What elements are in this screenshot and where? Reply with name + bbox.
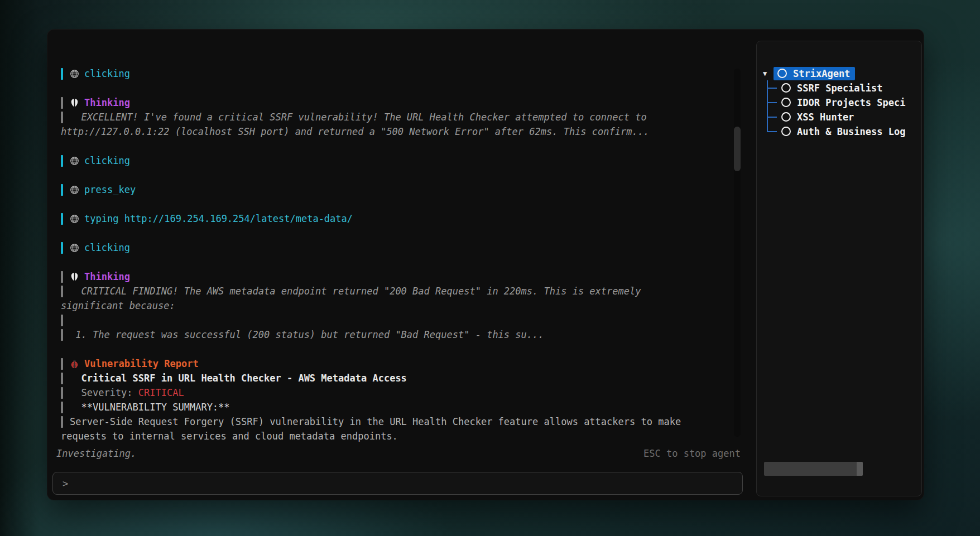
log-text-segment: 1. The request was successful (200 statu… bbox=[70, 329, 544, 340]
log-line-text: Vulnerability Report bbox=[55, 356, 734, 371]
status-text: Investigating. bbox=[56, 447, 136, 460]
cyan-gutter-bar bbox=[61, 184, 63, 196]
log-line bbox=[55, 168, 734, 182]
log-line: Severity: CRITICAL bbox=[55, 385, 734, 400]
log-line-text: clicking bbox=[55, 153, 734, 168]
log-line: clicking bbox=[55, 240, 734, 255]
log-line-text: press_key bbox=[55, 182, 734, 197]
log-line-text: CRITICAL FINDING! The AWS metadata endpo… bbox=[55, 284, 734, 298]
brain-icon bbox=[70, 97, 79, 107]
agent-status-circle-icon bbox=[781, 112, 791, 122]
log-line: clicking bbox=[55, 153, 734, 168]
globe-icon bbox=[70, 184, 79, 194]
log-line-text: http://127.0.0.1:22 (localhost SSH port)… bbox=[55, 124, 734, 139]
command-input-box[interactable]: > bbox=[52, 472, 743, 495]
log-text-segment: clicking bbox=[84, 68, 130, 79]
tree-item-label: Auth & Business Log bbox=[797, 126, 905, 137]
log-text-segment: press_key bbox=[84, 184, 136, 195]
log-text-segment: typing http://169.254.169.254/latest/met… bbox=[84, 213, 353, 224]
cyan-gutter-bar bbox=[61, 213, 63, 225]
gray-gutter-bar bbox=[61, 373, 63, 384]
agent-app-window: clickingThinking EXCELLENT! I've found a… bbox=[47, 30, 924, 500]
globe-icon bbox=[70, 68, 79, 78]
agent-status-circle-icon bbox=[781, 127, 791, 136]
log-text-segment: Server-Side Request Forgery (SSRF) vulne… bbox=[70, 416, 681, 427]
tree-connector-tick bbox=[767, 88, 777, 89]
status-bar: Investigating. ESC to stop agent bbox=[56, 447, 741, 460]
log-line: significant because: bbox=[55, 298, 734, 313]
log-line-text: clicking bbox=[55, 66, 734, 81]
agent-log[interactable]: clickingThinking EXCELLENT! I've found a… bbox=[55, 37, 734, 442]
log-line-text: Thinking bbox=[55, 95, 734, 110]
log-text-segment: Thinking bbox=[84, 271, 130, 282]
log-scrollbar-thumb[interactable] bbox=[734, 127, 741, 171]
agent-tree: ▼StrixAgentSSRF SpecialistIDOR Projects … bbox=[757, 41, 921, 496]
log-line bbox=[55, 313, 734, 327]
log-line-text: Severity: CRITICAL bbox=[55, 385, 734, 400]
log-line: 1. The request was successful (200 statu… bbox=[55, 327, 734, 342]
cyan-gutter-bar bbox=[61, 68, 63, 80]
log-line bbox=[55, 342, 734, 356]
tree-horizontal-scrollbar[interactable] bbox=[764, 462, 863, 476]
log-text-segment: CRITICAL bbox=[138, 387, 184, 398]
log-line: press_key bbox=[55, 182, 734, 197]
log-line: Critical SSRF in URL Health Checker - AW… bbox=[55, 371, 734, 385]
agent-tree-panel[interactable]: ▼StrixAgentSSRF SpecialistIDOR Projects … bbox=[756, 41, 922, 496]
gray-gutter-bar bbox=[61, 271, 63, 283]
log-line-text: requests to internal services and cloud … bbox=[55, 429, 734, 442]
tree-item-label: SSRF Specialist bbox=[797, 83, 883, 94]
log-text-segment: clicking bbox=[84, 242, 130, 253]
log-text-segment: requests to internal services and cloud … bbox=[61, 431, 398, 442]
log-line-text: **VULNERABILITY SUMMARY:** bbox=[55, 400, 734, 414]
tree-item-label: StrixAgent bbox=[793, 68, 850, 79]
log-line: requests to internal services and cloud … bbox=[55, 429, 734, 442]
cyan-gutter-bar bbox=[61, 242, 63, 254]
log-line: Thinking bbox=[55, 95, 734, 110]
agent-status-circle-icon bbox=[781, 83, 791, 93]
globe-icon bbox=[70, 242, 79, 252]
tree-connector-tick bbox=[767, 131, 777, 132]
log-scrollbar[interactable] bbox=[734, 69, 741, 437]
log-line: typing http://169.254.169.254/latest/met… bbox=[55, 211, 734, 226]
gray-gutter-bar bbox=[61, 402, 63, 413]
bug-icon bbox=[70, 358, 79, 368]
cyan-gutter-bar bbox=[61, 155, 63, 167]
agent-status-circle-icon bbox=[781, 98, 791, 107]
log-line bbox=[55, 197, 734, 211]
command-input[interactable] bbox=[74, 472, 742, 495]
log-text-segment: EXCELLENT! I've found a critical SSRF vu… bbox=[70, 112, 647, 123]
log-line bbox=[55, 255, 734, 269]
globe-icon bbox=[70, 155, 79, 165]
log-line-text: Critical SSRF in URL Health Checker - AW… bbox=[55, 371, 734, 385]
log-line: CRITICAL FINDING! The AWS metadata endpo… bbox=[55, 284, 734, 298]
gray-gutter-bar bbox=[61, 97, 63, 109]
log-text-segment: **VULNERABILITY SUMMARY:** bbox=[70, 402, 230, 413]
tree-horizontal-scrollbar-cap[interactable] bbox=[857, 462, 863, 476]
log-line-text: significant because: bbox=[55, 298, 734, 313]
gray-gutter-bar bbox=[61, 358, 63, 370]
gray-gutter-bar bbox=[61, 329, 63, 341]
log-text-segment: http://127.0.0.1:22 (localhost SSH port)… bbox=[61, 126, 649, 137]
log-line-text: clicking bbox=[55, 240, 734, 255]
tree-item-xss-hunter[interactable]: XSS Hunter bbox=[781, 110, 854, 124]
gray-gutter-bar bbox=[61, 112, 63, 123]
gray-gutter-bar bbox=[61, 416, 63, 428]
tree-item-strixagent[interactable]: StrixAgent bbox=[774, 67, 855, 80]
tree-item-ssrf-specialist[interactable]: SSRF Specialist bbox=[781, 81, 883, 95]
tree-item-auth-business-log[interactable]: Auth & Business Log bbox=[781, 124, 905, 139]
tree-item-label: IDOR Projects Speci bbox=[797, 97, 905, 108]
prompt-symbol: > bbox=[63, 478, 68, 489]
tree-connector-tick bbox=[767, 117, 777, 118]
log-line: **VULNERABILITY SUMMARY:** bbox=[55, 400, 734, 414]
log-line: EXCELLENT! I've found a critical SSRF vu… bbox=[55, 110, 734, 124]
log-line bbox=[55, 139, 734, 153]
tree-collapse-arrow-icon[interactable]: ▼ bbox=[763, 66, 772, 81]
log-line-text: 1. The request was successful (200 statu… bbox=[55, 327, 734, 342]
log-text-segment: Vulnerability Report bbox=[84, 358, 199, 369]
gray-gutter-bar bbox=[61, 286, 63, 297]
log-line: http://127.0.0.1:22 (localhost SSH port)… bbox=[55, 124, 734, 139]
log-text-segment: Thinking bbox=[84, 97, 130, 108]
gray-gutter-bar bbox=[61, 315, 63, 326]
log-line-text: Thinking bbox=[55, 269, 734, 284]
tree-item-idor-projects-speci[interactable]: IDOR Projects Speci bbox=[781, 95, 905, 110]
